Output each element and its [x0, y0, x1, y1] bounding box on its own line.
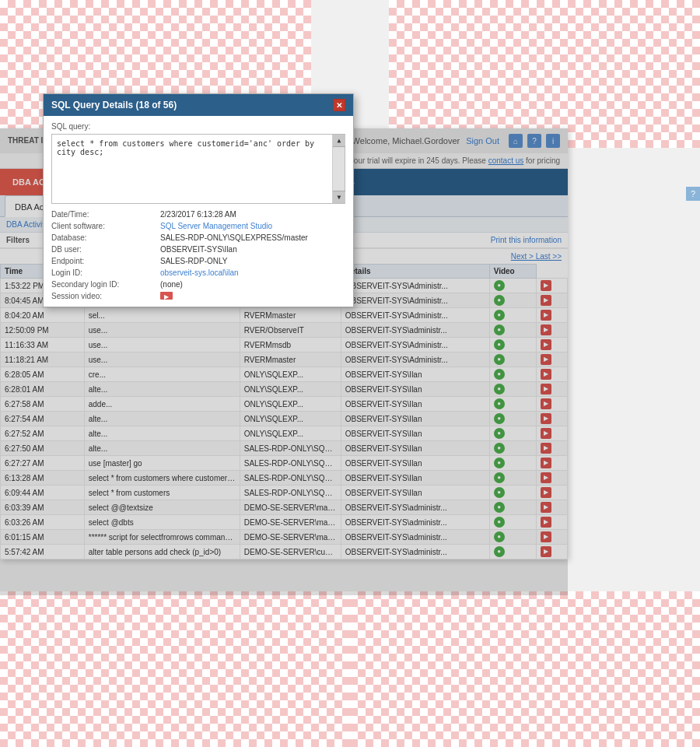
loginid-value: observeit-sys.local\ilan [160, 268, 345, 277]
endpoint-value: SALES-RDP-ONLY [160, 257, 345, 265]
checkers-bottom-left [0, 591, 350, 747]
checkers-bottom-right [350, 591, 700, 747]
datetime-value: 2/23/2017 6:13:28 AM [160, 210, 345, 219]
client-link[interactable]: SQL Server Management Studio [160, 222, 272, 230]
modal-title: SQL Query Details (18 of 56) [51, 100, 177, 110]
sql-query-box: select * from customers where customerid… [51, 134, 345, 204]
checkers-right [389, 0, 700, 148]
endpoint-label: Endpoint: [51, 257, 160, 265]
modal-body: SQL query: select * from customers where… [44, 116, 353, 307]
client-value: SQL Server Management Studio [160, 222, 345, 230]
side-help-button[interactable]: ? [686, 187, 700, 201]
database-label: Database: [51, 233, 160, 242]
modal-close-button[interactable]: ✕ [333, 99, 345, 111]
sql-query-modal: SQL Query Details (18 of 56) ✕ SQL query… [43, 93, 354, 307]
sql-query-text: select * from customers where customerid… [57, 139, 314, 156]
video-label: Session video: [51, 292, 160, 300]
bottom-checkered [0, 591, 700, 747]
modal-header: SQL Query Details (18 of 56) ✕ [44, 94, 353, 116]
datetime-label: Date/Time: [51, 210, 160, 219]
client-label: Client software: [51, 222, 160, 230]
loginid-link[interactable]: observeit-sys.local\ilan [160, 268, 239, 277]
video-value: ▶ [160, 292, 345, 300]
scroll-up-btn[interactable]: ▲ [333, 135, 345, 147]
dbuser-value: OBSERVEIT-SYS\Ilan [160, 245, 345, 254]
seclogin-label: Secondary login ID: [51, 280, 160, 289]
detail-grid: Date/Time: 2/23/2017 6:13:28 AM Client s… [51, 210, 345, 300]
database-value: SALES-RDP-ONLY\SQLEXPRESS/master [160, 233, 345, 242]
sql-label: SQL query: [51, 122, 345, 131]
video-icon[interactable]: ▶ [160, 292, 173, 300]
sql-scrollbar: ▲ ▼ [332, 135, 345, 203]
scroll-down-btn[interactable]: ▼ [333, 191, 345, 203]
dbuser-label: DB user: [51, 245, 160, 254]
loginid-label: Login ID: [51, 268, 160, 277]
seclogin-value: (none) [160, 280, 345, 289]
page-wrapper: THREAT INTELLIGENCE MANAGEMENT CONSOLE W… [0, 0, 700, 747]
